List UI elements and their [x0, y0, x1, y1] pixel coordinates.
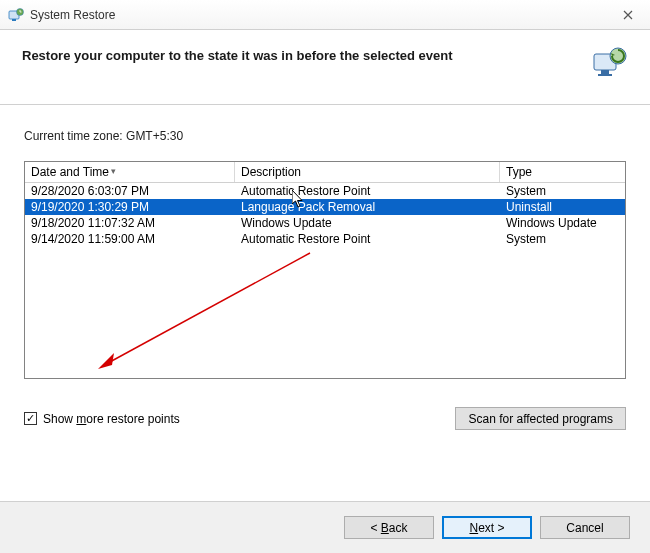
checkbox-label: Show more restore points [43, 412, 180, 426]
table-row[interactable]: 9/19/2020 1:30:29 PMLanguage Pack Remova… [25, 199, 625, 215]
cell-description: Language Pack Removal [235, 199, 500, 215]
cell-datetime: 9/14/2020 11:59:00 AM [25, 231, 235, 247]
cell-type: Windows Update [500, 215, 625, 231]
cell-datetime: 9/19/2020 1:30:29 PM [25, 199, 235, 215]
cell-datetime: 9/28/2020 6:03:07 PM [25, 183, 235, 199]
dialog-body: Current time zone: GMT+5:30 Date and Tim… [0, 105, 650, 440]
table-row[interactable]: 9/18/2020 11:07:32 AMWindows UpdateWindo… [25, 215, 625, 231]
table-row[interactable]: 9/28/2020 6:03:07 PMAutomatic Restore Po… [25, 183, 625, 199]
cancel-button[interactable]: Cancel [540, 516, 630, 539]
header: Restore your computer to the state it wa… [0, 30, 650, 105]
svg-rect-4 [601, 70, 609, 74]
restore-points-table[interactable]: Date and Time ▾ Description Type 9/28/20… [24, 161, 626, 379]
close-button[interactable] [605, 0, 650, 30]
show-more-restore-points-checkbox[interactable]: ✓ Show more restore points [24, 412, 180, 426]
cell-description: Automatic Restore Point [235, 231, 500, 247]
titlebar: System Restore [0, 0, 650, 30]
column-header-datetime[interactable]: Date and Time ▾ [25, 162, 235, 182]
cell-type: System [500, 231, 625, 247]
header-text: Restore your computer to the state it wa… [22, 44, 453, 63]
cell-datetime: 9/18/2020 11:07:32 AM [25, 215, 235, 231]
wizard-footer: < Back Next > Cancel [0, 501, 650, 553]
cell-type: System [500, 183, 625, 199]
cell-description: Automatic Restore Point [235, 183, 500, 199]
column-header-description[interactable]: Description [235, 162, 500, 182]
next-button[interactable]: Next > [442, 516, 532, 539]
window-title: System Restore [30, 8, 115, 22]
table-row[interactable]: 9/14/2020 11:59:00 AMAutomatic Restore P… [25, 231, 625, 247]
back-button[interactable]: < Back [344, 516, 434, 539]
sort-indicator-icon: ▾ [111, 166, 116, 176]
cell-type: Uninstall [500, 199, 625, 215]
checkbox-icon: ✓ [24, 412, 37, 425]
scan-affected-programs-button[interactable]: Scan for affected programs [455, 407, 626, 430]
system-restore-icon [8, 7, 24, 23]
cell-description: Windows Update [235, 215, 500, 231]
svg-rect-1 [12, 19, 16, 21]
column-header-type[interactable]: Type [500, 162, 625, 182]
system-restore-large-icon [592, 44, 628, 80]
timezone-label: Current time zone: GMT+5:30 [24, 129, 626, 143]
table-header: Date and Time ▾ Description Type [25, 162, 625, 183]
svg-rect-5 [598, 74, 612, 76]
